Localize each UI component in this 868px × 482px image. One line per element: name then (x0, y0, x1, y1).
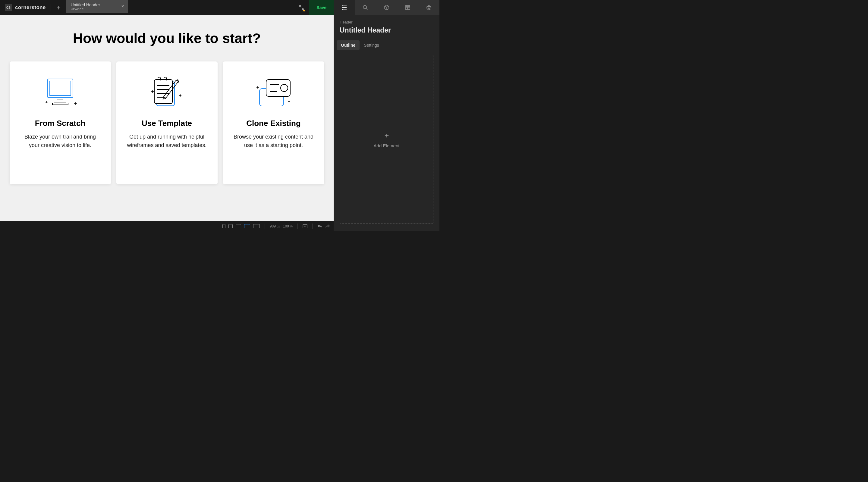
inspector-header: Header Untitled Header (334, 15, 439, 38)
tab-settings[interactable]: Settings (360, 40, 383, 50)
terminal-icon (303, 224, 307, 228)
monitor-icon (19, 73, 102, 113)
page-title: Untitled Header (340, 26, 433, 34)
svg-rect-7 (406, 5, 410, 7)
list-icon (341, 5, 347, 10)
canvas: How would you like to start? From Sc (0, 15, 334, 221)
document-tab[interactable]: Untitled Header HEADER × (66, 0, 128, 13)
statusbar: 989 px 100 % (0, 221, 334, 231)
close-icon[interactable]: × (121, 4, 124, 9)
brand[interactable]: CS cornerstone (0, 0, 51, 15)
svg-rect-0 (342, 5, 343, 6)
svg-rect-9 (408, 7, 410, 10)
drop-label: Add Element (374, 143, 400, 148)
tab-subtitle: HEADER (71, 8, 123, 11)
device-phone-icon[interactable] (222, 224, 225, 228)
layers-icon (426, 5, 432, 10)
add-tab-button[interactable]: ＋ (51, 0, 66, 15)
option-desc: Get up and running with helpful wirefram… (125, 133, 209, 150)
option-use-template[interactable]: Use Template Get up and running with hel… (116, 61, 218, 184)
svg-rect-1 (343, 6, 347, 6)
option-cards: From Scratch Blaze your own trail and br… (9, 61, 324, 184)
elements-panel-tab[interactable] (376, 0, 397, 15)
topbar: CS cornerstone ＋ Untitled Header HEADER … (0, 0, 439, 15)
search-panel-tab[interactable] (355, 0, 376, 15)
option-title: From Scratch (19, 119, 102, 128)
add-element-dropzone[interactable]: ＋ Add Element (340, 55, 433, 224)
option-from-scratch[interactable]: From Scratch Blaze your own trail and br… (10, 61, 111, 184)
svg-rect-8 (406, 7, 407, 10)
layout-panel-tab[interactable] (397, 0, 418, 15)
device-tablet-portrait-icon[interactable] (228, 224, 233, 228)
svg-rect-2 (342, 7, 343, 8)
svg-rect-4 (342, 9, 343, 10)
svg-rect-11 (50, 81, 71, 96)
breadcrumb[interactable]: Header (340, 20, 433, 24)
svg-rect-5 (343, 9, 347, 10)
brand-logo-icon: CS (5, 4, 12, 11)
cards-icon (232, 73, 315, 113)
option-title: Clone Existing (232, 119, 315, 128)
zoom-level[interactable]: 100 % (283, 224, 293, 228)
cube-icon (384, 5, 390, 10)
redo-icon (325, 224, 330, 228)
outline-panel-tab[interactable] (334, 0, 355, 15)
page-heading: How would you like to start? (9, 30, 324, 46)
console-button[interactable] (303, 224, 307, 228)
plus-icon: ＋ (383, 130, 390, 140)
redo-button[interactable] (325, 224, 330, 228)
svg-rect-3 (343, 7, 347, 8)
svg-rect-12 (53, 103, 68, 105)
layers-panel-tab[interactable] (418, 0, 439, 15)
device-desktop-icon[interactable] (253, 224, 260, 228)
option-title: Use Template (125, 119, 209, 128)
option-clone-existing[interactable]: Clone Existing Browse your existing cont… (223, 61, 324, 184)
tab-outline[interactable]: Outline (337, 40, 360, 50)
brand-name: cornerstone (15, 4, 46, 10)
unsaved-indicator-icon (303, 10, 305, 11)
fullscreen-button[interactable] (294, 0, 309, 15)
tab-title: Untitled Header (71, 2, 123, 7)
option-desc: Browse your existing content and use it … (232, 133, 315, 150)
save-button[interactable]: Save (309, 0, 334, 15)
viewport-width[interactable]: 989 px (270, 224, 280, 228)
undo-icon (317, 224, 322, 228)
svg-rect-26 (303, 224, 307, 228)
inspector-subtabs: Outline Settings (334, 40, 439, 50)
search-icon (363, 5, 368, 10)
undo-button[interactable] (317, 224, 322, 228)
plus-icon: ＋ (55, 3, 62, 12)
notepad-icon (125, 73, 209, 113)
inspector-panel: Header Untitled Header Outline Settings … (334, 15, 439, 231)
device-tablet-landscape-icon[interactable] (236, 224, 241, 228)
layout-icon (405, 5, 410, 10)
option-desc: Blaze your own trail and bring your crea… (19, 133, 102, 150)
device-laptop-icon[interactable] (244, 224, 250, 228)
svg-rect-14 (154, 79, 173, 104)
svg-point-6 (363, 5, 367, 9)
